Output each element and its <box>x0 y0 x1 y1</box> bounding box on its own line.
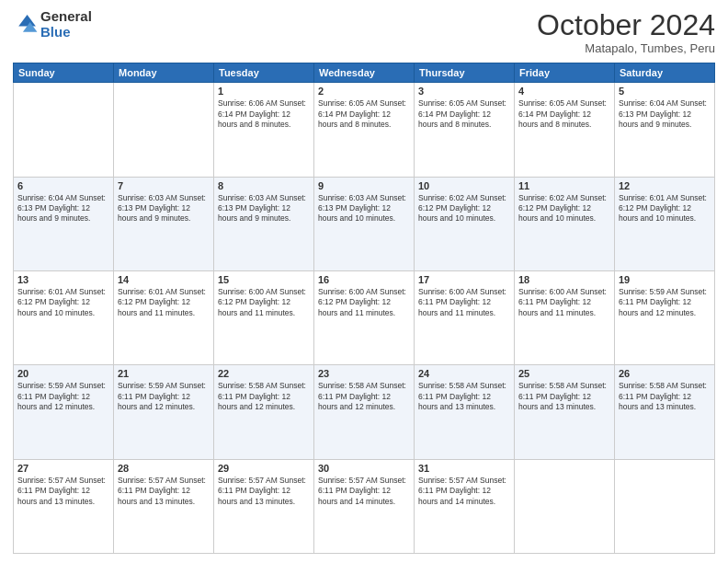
day-cell-1-4: 10Sunrise: 6:02 AM Sunset: 6:12 PM Dayli… <box>415 177 515 270</box>
day-info-18: Sunrise: 6:00 AM Sunset: 6:11 PM Dayligh… <box>518 287 610 318</box>
day-number-7: 7 <box>118 180 210 191</box>
day-info-30: Sunrise: 5:57 AM Sunset: 6:11 PM Dayligh… <box>318 476 410 507</box>
day-cell-4-0: 27Sunrise: 5:57 AM Sunset: 6:11 PM Dayli… <box>14 459 114 553</box>
day-cell-3-4: 24Sunrise: 5:58 AM Sunset: 6:11 PM Dayli… <box>415 365 515 459</box>
day-number-17: 17 <box>418 274 510 285</box>
day-info-24: Sunrise: 5:58 AM Sunset: 6:11 PM Dayligh… <box>418 381 510 412</box>
day-number-31: 31 <box>418 463 510 474</box>
day-info-6: Sunrise: 6:04 AM Sunset: 6:13 PM Dayligh… <box>17 193 109 224</box>
day-cell-2-3: 16Sunrise: 6:00 AM Sunset: 6:12 PM Dayli… <box>314 270 415 364</box>
day-cell-4-3: 30Sunrise: 5:57 AM Sunset: 6:11 PM Dayli… <box>314 459 415 553</box>
day-number-3: 3 <box>418 86 510 97</box>
day-cell-0-4: 3Sunrise: 6:05 AM Sunset: 6:14 PM Daylig… <box>415 83 515 177</box>
week-row-1: 6Sunrise: 6:04 AM Sunset: 6:13 PM Daylig… <box>14 177 715 270</box>
header-tuesday: Tuesday <box>214 63 314 83</box>
day-info-21: Sunrise: 5:59 AM Sunset: 6:11 PM Dayligh… <box>118 381 210 412</box>
logo-text: General Blue <box>40 9 92 40</box>
week-row-4: 27Sunrise: 5:57 AM Sunset: 6:11 PM Dayli… <box>14 459 715 553</box>
day-info-29: Sunrise: 5:57 AM Sunset: 6:11 PM Dayligh… <box>218 476 310 507</box>
day-number-22: 22 <box>218 368 310 379</box>
day-cell-1-0: 6Sunrise: 6:04 AM Sunset: 6:13 PM Daylig… <box>14 177 114 270</box>
location: Matapalo, Tumbes, Peru <box>537 41 715 55</box>
day-info-13: Sunrise: 6:01 AM Sunset: 6:12 PM Dayligh… <box>17 287 109 318</box>
day-number-4: 4 <box>518 86 610 97</box>
day-cell-3-5: 25Sunrise: 5:58 AM Sunset: 6:11 PM Dayli… <box>515 365 615 459</box>
day-cell-4-5 <box>515 459 615 553</box>
day-number-26: 26 <box>619 368 711 379</box>
day-cell-3-6: 26Sunrise: 5:58 AM Sunset: 6:11 PM Dayli… <box>615 365 715 459</box>
logo-blue: Blue <box>40 25 92 40</box>
day-cell-1-3: 9Sunrise: 6:03 AM Sunset: 6:13 PM Daylig… <box>314 177 415 270</box>
day-info-20: Sunrise: 5:59 AM Sunset: 6:11 PM Dayligh… <box>17 381 109 412</box>
logo-general: General <box>40 9 92 25</box>
day-info-3: Sunrise: 6:05 AM Sunset: 6:14 PM Dayligh… <box>418 98 510 130</box>
day-number-10: 10 <box>418 180 510 191</box>
day-number-8: 8 <box>218 180 310 191</box>
day-number-24: 24 <box>418 368 510 379</box>
day-number-9: 9 <box>318 180 410 191</box>
day-cell-2-4: 17Sunrise: 6:00 AM Sunset: 6:11 PM Dayli… <box>415 270 515 364</box>
day-info-15: Sunrise: 6:00 AM Sunset: 6:12 PM Dayligh… <box>218 287 310 318</box>
day-info-4: Sunrise: 6:05 AM Sunset: 6:14 PM Dayligh… <box>518 98 610 130</box>
day-number-12: 12 <box>619 180 711 191</box>
day-number-2: 2 <box>318 86 410 97</box>
day-info-28: Sunrise: 5:57 AM Sunset: 6:11 PM Dayligh… <box>118 476 210 507</box>
day-number-23: 23 <box>318 368 410 379</box>
day-info-31: Sunrise: 5:57 AM Sunset: 6:11 PM Dayligh… <box>418 476 510 507</box>
day-cell-2-2: 15Sunrise: 6:00 AM Sunset: 6:12 PM Dayli… <box>214 270 314 364</box>
day-cell-0-5: 4Sunrise: 6:05 AM Sunset: 6:14 PM Daylig… <box>515 83 615 177</box>
day-number-16: 16 <box>318 274 410 285</box>
day-cell-4-1: 28Sunrise: 5:57 AM Sunset: 6:11 PM Dayli… <box>114 459 214 553</box>
day-cell-4-2: 29Sunrise: 5:57 AM Sunset: 6:11 PM Dayli… <box>214 459 314 553</box>
header-wednesday: Wednesday <box>314 63 415 83</box>
day-cell-2-5: 18Sunrise: 6:00 AM Sunset: 6:11 PM Dayli… <box>515 270 615 364</box>
page: General Blue October 2024 Matapalo, Tumb… <box>0 0 728 563</box>
header-friday: Friday <box>515 63 615 83</box>
header: General Blue October 2024 Matapalo, Tumb… <box>13 9 715 55</box>
day-number-29: 29 <box>218 463 310 474</box>
day-cell-3-1: 21Sunrise: 5:59 AM Sunset: 6:11 PM Dayli… <box>114 365 214 459</box>
day-info-16: Sunrise: 6:00 AM Sunset: 6:12 PM Dayligh… <box>318 287 410 318</box>
logo: General Blue <box>13 9 92 40</box>
day-cell-0-3: 2Sunrise: 6:05 AM Sunset: 6:14 PM Daylig… <box>314 83 415 177</box>
header-sunday: Sunday <box>14 63 114 83</box>
week-row-0: 1Sunrise: 6:06 AM Sunset: 6:14 PM Daylig… <box>14 83 715 177</box>
day-number-14: 14 <box>118 274 210 285</box>
day-cell-3-3: 23Sunrise: 5:58 AM Sunset: 6:11 PM Dayli… <box>314 365 415 459</box>
calendar-table: Sunday Monday Tuesday Wednesday Thursday… <box>13 63 715 554</box>
day-info-22: Sunrise: 5:58 AM Sunset: 6:11 PM Dayligh… <box>218 381 310 412</box>
month-title: October 2024 <box>537 9 715 41</box>
day-info-26: Sunrise: 5:58 AM Sunset: 6:11 PM Dayligh… <box>619 381 711 412</box>
day-info-23: Sunrise: 5:58 AM Sunset: 6:11 PM Dayligh… <box>318 381 410 412</box>
header-saturday: Saturday <box>615 63 715 83</box>
day-info-25: Sunrise: 5:58 AM Sunset: 6:11 PM Dayligh… <box>518 381 610 412</box>
day-number-20: 20 <box>17 368 109 379</box>
day-cell-3-0: 20Sunrise: 5:59 AM Sunset: 6:11 PM Dayli… <box>14 365 114 459</box>
day-cell-0-2: 1Sunrise: 6:06 AM Sunset: 6:14 PM Daylig… <box>214 83 314 177</box>
day-cell-0-1 <box>114 83 214 177</box>
day-number-1: 1 <box>218 86 310 97</box>
day-number-30: 30 <box>318 463 410 474</box>
day-number-6: 6 <box>17 180 109 191</box>
day-info-17: Sunrise: 6:00 AM Sunset: 6:11 PM Dayligh… <box>418 287 510 318</box>
weekday-header-row: Sunday Monday Tuesday Wednesday Thursday… <box>14 63 715 83</box>
day-number-21: 21 <box>118 368 210 379</box>
day-number-15: 15 <box>218 274 310 285</box>
day-info-12: Sunrise: 6:01 AM Sunset: 6:12 PM Dayligh… <box>619 193 711 224</box>
day-cell-3-2: 22Sunrise: 5:58 AM Sunset: 6:11 PM Dayli… <box>214 365 314 459</box>
day-number-13: 13 <box>17 274 109 285</box>
day-info-11: Sunrise: 6:02 AM Sunset: 6:12 PM Dayligh… <box>518 193 610 224</box>
day-cell-2-0: 13Sunrise: 6:01 AM Sunset: 6:12 PM Dayli… <box>14 270 114 364</box>
logo-icon <box>13 12 39 38</box>
day-cell-1-5: 11Sunrise: 6:02 AM Sunset: 6:12 PM Dayli… <box>515 177 615 270</box>
week-row-2: 13Sunrise: 6:01 AM Sunset: 6:12 PM Dayli… <box>14 270 715 364</box>
day-info-19: Sunrise: 5:59 AM Sunset: 6:11 PM Dayligh… <box>619 287 711 318</box>
day-number-28: 28 <box>118 463 210 474</box>
title-block: October 2024 Matapalo, Tumbes, Peru <box>537 9 715 55</box>
day-info-8: Sunrise: 6:03 AM Sunset: 6:13 PM Dayligh… <box>218 193 310 224</box>
header-monday: Monday <box>114 63 214 83</box>
day-cell-1-6: 12Sunrise: 6:01 AM Sunset: 6:12 PM Dayli… <box>615 177 715 270</box>
day-info-5: Sunrise: 6:04 AM Sunset: 6:13 PM Dayligh… <box>619 98 711 130</box>
day-cell-4-6 <box>615 459 715 553</box>
day-info-2: Sunrise: 6:05 AM Sunset: 6:14 PM Dayligh… <box>318 98 410 130</box>
